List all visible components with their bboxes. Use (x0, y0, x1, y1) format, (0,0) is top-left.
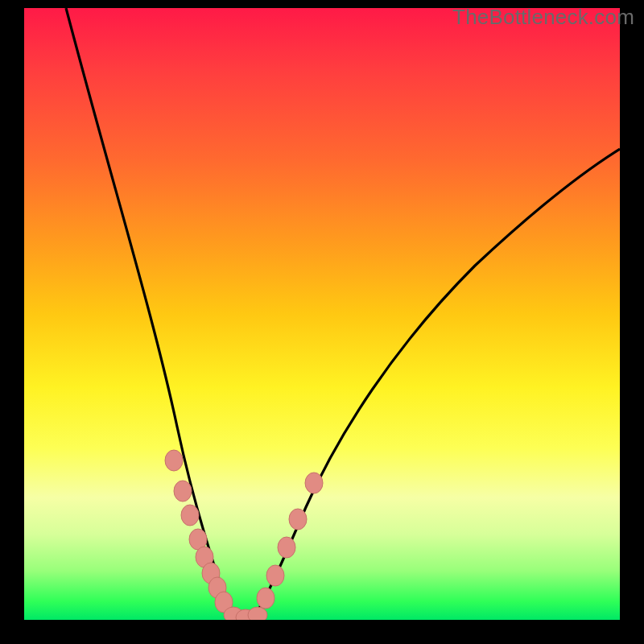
marker-group-right (257, 473, 323, 609)
svg-point-11 (257, 588, 275, 609)
marker-group-valley (224, 607, 267, 620)
curve-left-branch (66, 8, 237, 617)
svg-point-1 (174, 481, 192, 502)
svg-point-15 (305, 473, 323, 493)
svg-point-12 (266, 565, 284, 586)
curve-right-branch (254, 149, 620, 617)
outer-frame: TheBottleneck.com (0, 0, 644, 644)
svg-point-0 (165, 450, 183, 471)
svg-point-14 (289, 509, 307, 530)
marker-group-left (165, 450, 233, 613)
svg-point-10 (248, 607, 267, 620)
svg-point-13 (278, 537, 295, 558)
bottleneck-curve (24, 8, 620, 620)
svg-point-2 (181, 505, 199, 526)
